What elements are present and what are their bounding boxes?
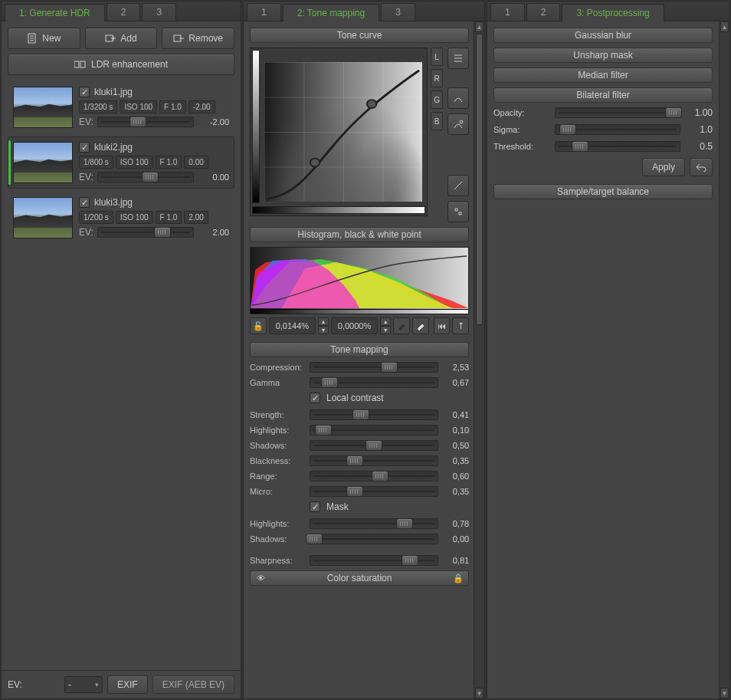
ev-select-val: - — [68, 679, 71, 690]
scrollbar-3[interactable]: ▲ ▼ — [719, 21, 729, 698]
scrollbar-2[interactable]: ▲ ▼ — [474, 21, 484, 698]
opacity-slider[interactable] — [555, 107, 680, 118]
mask-checkbox[interactable] — [310, 501, 320, 512]
tab-pp-1[interactable]: 1 — [490, 3, 525, 21]
ev-slider[interactable] — [97, 172, 194, 182]
channel-l[interactable]: L — [431, 48, 443, 66]
threshold-slider[interactable] — [555, 141, 680, 152]
local-contrast-label: Local contrast — [326, 393, 384, 403]
local-contrast-checkbox[interactable] — [310, 393, 320, 403]
exif-aeb-button[interactable]: EXIF (AEB EV) — [152, 675, 234, 694]
black-picker-icon[interactable] — [393, 317, 410, 334]
whitepoint-input[interactable]: 0,0000% — [331, 317, 378, 334]
channel-r[interactable]: R — [431, 69, 443, 87]
curve-add-point-icon[interactable] — [447, 113, 469, 135]
sigma-slider[interactable] — [555, 124, 680, 135]
color-saturation-header[interactable]: 👁 Color saturation 🔒 — [250, 570, 469, 586]
sharpness-slider[interactable] — [310, 555, 438, 566]
ev-value: -2.00 — [198, 117, 229, 127]
mask-shadows-row: Shadows: 0,00 — [250, 534, 469, 544]
undo-button[interactable] — [690, 158, 713, 176]
tone-curve-header[interactable]: Tone curve — [250, 28, 469, 43]
curve-smooth-icon[interactable] — [447, 87, 469, 109]
scroll-down-icon[interactable]: ▼ — [720, 688, 729, 698]
image-item-1[interactable]: kluki2.jpg 1/800 s ISO 100 F 1.0 0.00 EV… — [8, 136, 234, 189]
micro-label: Micro: — [250, 487, 303, 496]
ev-slider[interactable] — [97, 227, 194, 238]
blackpoint-spinner[interactable]: ▲▼ — [318, 317, 329, 334]
tab-pp-2[interactable]: 2 — [526, 3, 561, 21]
ldr-icon — [74, 60, 87, 69]
remove-button[interactable]: Remove — [162, 28, 234, 49]
opacity-row: Opacity: 1.00 — [493, 107, 713, 118]
ldr-enhancement-button[interactable]: LDR enhancement — [8, 54, 234, 75]
highlights-slider[interactable] — [310, 425, 438, 435]
add-button[interactable]: Add — [85, 28, 158, 49]
tone-curve-plot[interactable] — [250, 48, 428, 216]
hist-prev-icon[interactable]: ⏮ — [434, 317, 451, 334]
unsharp-mask-header[interactable]: Unsharp mask — [493, 48, 713, 63]
histogram-plot[interactable] — [250, 247, 469, 314]
ev-value: 2.00 — [198, 228, 229, 237]
apply-button[interactable]: Apply — [642, 158, 685, 176]
image-item-0[interactable]: kluki1.jpg 1/3200 s ISO 100 F 1.0 -2.00 … — [8, 81, 234, 133]
image-checkbox[interactable] — [79, 87, 90, 97]
lock-icon[interactable]: 🔓 — [250, 317, 267, 334]
whitepoint-spinner[interactable]: ▲▼ — [380, 317, 391, 334]
strength-slider[interactable] — [310, 409, 438, 420]
tab-tm-3[interactable]: 3 — [381, 3, 415, 21]
ev-slider[interactable] — [97, 117, 194, 127]
curve-line-tool-icon[interactable] — [447, 175, 469, 196]
thumbnail[interactable] — [13, 142, 73, 183]
shutter-badge: 1/200 s — [79, 211, 113, 224]
scroll-down-icon[interactable]: ▼ — [475, 688, 484, 698]
tab-tm-1[interactable]: 1 — [247, 3, 281, 21]
curve-reset-icon[interactable] — [447, 201, 469, 222]
curve-list-icon[interactable] — [447, 48, 469, 69]
compression-slider[interactable] — [310, 362, 438, 373]
new-button[interactable]: New — [8, 28, 80, 49]
blackness-slider[interactable] — [310, 455, 438, 466]
section-lock-icon[interactable]: 🔒 — [450, 570, 467, 586]
mask-highlights-slider[interactable] — [310, 518, 438, 529]
tab-postprocessing[interactable]: 3: Postprocessing — [562, 4, 664, 21]
gamma-slider[interactable] — [310, 377, 438, 388]
eye-icon[interactable]: 👁 — [252, 570, 269, 586]
sample-target-header[interactable]: Sample/target balance — [493, 184, 713, 199]
scroll-up-icon[interactable]: ▲ — [720, 21, 729, 32]
exif-button[interactable]: EXIF — [107, 675, 148, 694]
svg-point-5 — [310, 159, 320, 167]
thumbnail[interactable] — [13, 197, 73, 238]
tab-2[interactable]: 2 — [107, 3, 141, 21]
histogram-header[interactable]: Histogram, black & white point — [250, 227, 469, 242]
iso-badge: ISO 100 — [116, 211, 153, 224]
tab-generate-hdr[interactable]: 1: Generate HDR — [5, 4, 105, 21]
bilateral-filter-header[interactable]: Bilateral filter — [493, 87, 713, 103]
mask-shadows-slider[interactable] — [310, 534, 438, 544]
range-slider[interactable] — [310, 471, 438, 481]
tone-mapping-header[interactable]: Tone mapping — [250, 342, 469, 357]
highlights-value: 0,10 — [444, 426, 469, 435]
white-picker-icon[interactable] — [412, 317, 429, 334]
svg-rect-4 — [80, 61, 85, 67]
channel-b[interactable]: B — [431, 112, 443, 130]
image-checkbox[interactable] — [79, 197, 90, 208]
thumbnail[interactable] — [13, 87, 73, 128]
median-filter-header[interactable]: Median filter — [493, 67, 713, 83]
channel-g[interactable]: G — [431, 90, 443, 109]
image-item-2[interactable]: kluki3.jpg 1/200 s ISO 100 F 1.0 2.00 EV… — [8, 192, 234, 244]
blackpoint-input[interactable]: 0,0144% — [269, 317, 316, 334]
image-checkbox[interactable] — [79, 142, 90, 153]
ldr-label: LDR enhancement — [91, 59, 168, 70]
micro-slider[interactable] — [310, 486, 438, 497]
hist-up-icon[interactable]: ⤒ — [452, 317, 469, 334]
gaussian-blur-header[interactable]: Gaussian blur — [493, 28, 713, 43]
scroll-up-icon[interactable]: ▲ — [475, 21, 484, 32]
scroll-thumb[interactable] — [476, 34, 483, 325]
ev-select[interactable]: - — [64, 676, 103, 693]
iso-badge: ISO 100 — [120, 100, 157, 113]
tab-tone-mapping[interactable]: 2: Tone mapping — [283, 4, 380, 21]
shadows-slider[interactable] — [310, 440, 438, 451]
mask-highlights-row: Highlights: 0,78 — [250, 518, 469, 529]
tab-3[interactable]: 3 — [142, 3, 176, 21]
